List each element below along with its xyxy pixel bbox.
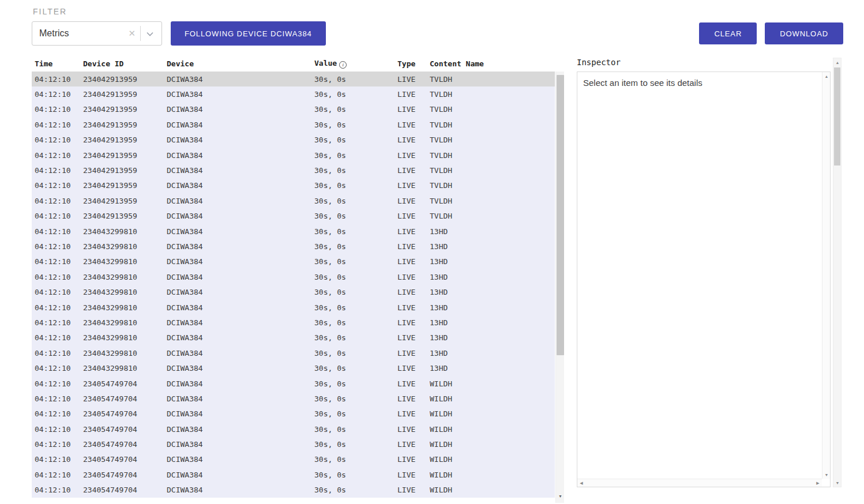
cell-device: DCIWA384 [167,483,314,498]
cell-content: WILDH [430,391,555,406]
table-row[interactable]: 04:12:10234042913959DCIWA38430s, 0sLIVET… [32,193,555,208]
table-row[interactable]: 04:12:10234043299810DCIWA38430s, 0sLIVE1… [32,254,555,269]
filter-label: FILTER [33,7,864,16]
cell-device: DCIWA384 [167,224,314,239]
cell-content: TVLDH [430,86,555,101]
cell-time: 04:12:10 [32,360,83,375]
table-row[interactable]: 04:12:10234054749704DCIWA38430s, 0sLIVEW… [32,467,555,482]
col-header-value[interactable]: Valuei [314,56,397,72]
cell-device-id: 234043299810 [83,284,167,299]
cell-device: DCIWA384 [167,360,314,375]
table-row[interactable]: 04:12:10234042913959DCIWA38430s, 0sLIVET… [32,86,555,101]
table-row[interactable]: 04:12:10234042913959DCIWA38430s, 0sLIVET… [32,163,555,178]
col-header-type[interactable]: Type [397,56,430,72]
inspector-panel: Inspector Select an item to see its deta… [577,56,831,487]
cell-device-id: 234042913959 [83,86,167,101]
page-scrollbar[interactable]: ▲ ▼ [833,58,842,487]
table-row[interactable]: 04:12:10234043299810DCIWA38430s, 0sLIVE1… [32,315,555,330]
inspector-vertical-scrollbar[interactable]: ▲ ▼ [822,72,830,479]
table-row[interactable]: 04:12:10234043299810DCIWA38430s, 0sLIVE1… [32,224,555,239]
cell-content: TVLDH [430,117,555,132]
table-row[interactable]: 04:12:10234054749704DCIWA38430s, 0sLIVEW… [32,483,555,498]
cell-time: 04:12:10 [32,300,83,315]
following-device-button[interactable]: FOLLOWING DEVICE DCIWA384 [171,21,326,46]
cell-value: 30s, 0s [314,269,397,284]
cell-time: 04:12:10 [32,422,83,437]
cell-content: TVLDH [430,178,555,193]
table-row[interactable]: 04:12:10234054749704DCIWA38430s, 0sLIVEW… [32,407,555,422]
table-row[interactable]: 04:12:10234042913959DCIWA38430s, 0sLIVET… [32,178,555,193]
scroll-down-icon[interactable]: ▼ [822,471,831,479]
table-row[interactable]: 04:12:10234054749704DCIWA38430s, 0sLIVEW… [32,422,555,437]
cell-device: DCIWA384 [167,391,314,406]
table-scrollbar[interactable]: ▲ ▼ [555,72,564,503]
metrics-select[interactable]: Metrics ✕ [32,21,162,46]
cell-device-id: 234042913959 [83,148,167,163]
table-row[interactable]: 04:12:10234043299810DCIWA38430s, 0sLIVE1… [32,269,555,284]
table-row[interactable]: 04:12:10234043299810DCIWA38430s, 0sLIVE1… [32,345,555,360]
cell-device-id: 234042913959 [83,163,167,178]
scroll-right-icon[interactable]: ▶ [814,479,822,487]
table-row[interactable]: 04:12:10234054749704DCIWA38430s, 0sLIVEW… [32,437,555,452]
table-row[interactable]: 04:12:10234043299810DCIWA38430s, 0sLIVE1… [32,300,555,315]
table-row[interactable]: 04:12:10234054749704DCIWA38430s, 0sLIVEW… [32,452,555,467]
clear-selection-icon[interactable]: ✕ [123,28,140,39]
scroll-down-icon[interactable]: ▼ [833,479,842,487]
clear-button[interactable]: CLEAR [699,22,757,44]
scroll-left-icon[interactable]: ◀ [577,479,585,487]
cell-time: 04:12:10 [32,117,83,132]
table-row[interactable]: 04:12:10234043299810DCIWA38430s, 0sLIVE1… [32,330,555,345]
table-header-row: Time Device ID Device Valuei Type Conten… [32,56,555,72]
table-row[interactable]: 04:12:10234054749704DCIWA38430s, 0sLIVEW… [32,391,555,406]
cell-device-id: 234054749704 [83,422,167,437]
cell-type: LIVE [397,239,430,254]
inspector-horizontal-scrollbar[interactable]: ◀ ▶ [577,479,822,487]
table-row[interactable]: 04:12:10234042913959DCIWA38430s, 0sLIVET… [32,72,555,86]
cell-time: 04:12:10 [32,224,83,239]
cell-value: 30s, 0s [314,133,397,148]
table-row[interactable]: 04:12:10234054749704DCIWA38430s, 0sLIVEW… [32,376,555,391]
cell-type: LIVE [397,224,430,239]
scroll-down-icon[interactable]: ▼ [556,492,564,501]
cell-device-id: 234043299810 [83,360,167,375]
cell-value: 30s, 0s [314,360,397,375]
cell-type: LIVE [397,209,430,224]
table-scrollbar-thumb[interactable] [557,75,564,355]
info-icon[interactable]: i [339,61,347,69]
table-row[interactable]: 04:12:10234042913959DCIWA38430s, 0sLIVET… [32,102,555,117]
table-row[interactable]: 04:12:10234042913959DCIWA38430s, 0sLIVET… [32,117,555,132]
cell-device-id: 234054749704 [83,452,167,467]
cell-type: LIVE [397,391,430,406]
table-row[interactable]: 04:12:10234043299810DCIWA38430s, 0sLIVE1… [32,360,555,375]
table-row[interactable]: 04:12:10234042913959DCIWA38430s, 0sLIVET… [32,133,555,148]
table-row[interactable]: 04:12:10234043299810DCIWA38430s, 0sLIVE1… [32,284,555,299]
page-scrollbar-thumb[interactable] [834,67,840,166]
col-header-time[interactable]: Time [32,56,83,72]
chevron-down-icon[interactable] [141,31,157,36]
cell-content: WILDH [430,467,555,482]
cell-type: LIVE [397,483,430,498]
cell-value: 30s, 0s [314,345,397,360]
cell-device: DCIWA384 [167,422,314,437]
scroll-up-icon[interactable]: ▲ [833,58,842,66]
scroll-up-icon[interactable]: ▲ [822,72,831,80]
cell-device: DCIWA384 [167,178,314,193]
cell-content: TVLDH [430,193,555,208]
col-header-device[interactable]: Device [167,56,314,72]
cell-value: 30s, 0s [314,300,397,315]
cell-content: 13HD [430,254,555,269]
col-header-content-name[interactable]: Content Name [430,56,555,72]
cell-value: 30s, 0s [314,224,397,239]
col-header-device-id[interactable]: Device ID [83,56,167,72]
cell-type: LIVE [397,376,430,391]
cell-type: LIVE [397,86,430,101]
cell-content: WILDH [430,452,555,467]
cell-content: 13HD [430,360,555,375]
table-row[interactable]: 04:12:10234042913959DCIWA38430s, 0sLIVET… [32,148,555,163]
cell-time: 04:12:10 [32,330,83,345]
download-button[interactable]: DOWNLOAD [765,22,843,44]
table-row[interactable]: 04:12:10234042913959DCIWA38430s, 0sLIVET… [32,209,555,224]
table-row[interactable]: 04:12:10234043299810DCIWA38430s, 0sLIVE1… [32,239,555,254]
cell-content: 13HD [430,224,555,239]
cell-content: TVLDH [430,133,555,148]
